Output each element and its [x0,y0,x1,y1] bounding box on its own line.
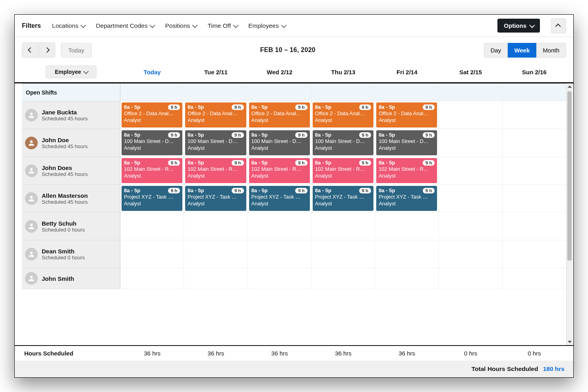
day-cell[interactable]: 8a - 5p9 hProject XYZ - Task …Analyst [311,185,375,212]
day-cell[interactable] [184,240,248,268]
day-cell[interactable] [311,84,375,101]
scroll-up-button[interactable] [567,83,573,90]
day-cell[interactable] [503,84,566,101]
filter-employees[interactable]: Employees [248,22,285,29]
day-cell[interactable]: 8a - 5p9 h102 Main Street - R…Analyst [248,157,311,185]
shift-card[interactable]: 8a - 5p9 h100 Main Street - D…Analyst [185,130,246,155]
day-cell[interactable] [439,101,502,129]
employee-cell[interactable]: John DoesScheduled 45 hours [22,157,120,185]
day-cell[interactable] [120,212,184,240]
shift-card[interactable]: 8a - 5p9 hOffice 2 - Data Anal…Analyst [122,102,182,127]
shift-card[interactable]: 8a - 5p9 hOffice 2 - Data Anal…Analyst [313,102,373,127]
day-header[interactable]: Fri 2/14 [375,69,439,75]
day-header-today[interactable]: Today [120,69,184,75]
today-button[interactable]: Today [61,43,92,58]
filter-positions[interactable]: Positions [165,22,196,29]
day-cell[interactable]: 8a - 5p9 h102 Main Street - R…Analyst [120,157,184,185]
employee-sort-button[interactable]: Employee [46,66,97,78]
shift-card[interactable]: 8a - 5p9 h102 Main Street - R…Analyst [185,158,246,183]
day-cell[interactable] [120,240,184,268]
shift-card[interactable]: 8a - 5p9 h100 Main Street - D…Analyst [249,130,310,155]
shift-card[interactable]: 8a - 5p9 h100 Main Street - D…Analyst [376,130,437,155]
day-cell[interactable] [503,185,566,212]
day-cell[interactable] [120,84,184,101]
shift-card[interactable]: 8a - 5p9 h102 Main Street - R…Analyst [249,158,310,183]
day-cell[interactable] [184,212,248,240]
day-cell[interactable]: 8a - 5p9 h102 Main Street - R…Analyst [311,157,375,185]
day-cell[interactable]: 8a - 5p9 hProject XYZ - Task …Analyst [248,185,311,212]
employee-cell[interactable]: Betty SchuhScheduled 0 hours [22,212,120,240]
scroll-track[interactable] [567,90,573,339]
day-cell[interactable] [184,84,248,101]
day-cell[interactable] [248,84,311,101]
view-day-button[interactable]: Day [484,43,508,58]
day-cell[interactable]: 8a - 5p9 hOffice 2 - Data Anal…Analyst [311,101,375,129]
employee-cell[interactable]: Allen MastersonScheduled 45 hours [22,185,120,212]
employee-cell[interactable]: Dean SmithScheduled 0 hours [22,240,120,268]
day-cell[interactable] [503,268,566,289]
employee-cell[interactable]: John DoeScheduled 45 hours [22,129,120,157]
collapse-button[interactable] [551,18,566,33]
view-month-button[interactable]: Month [536,43,566,58]
day-cell[interactable]: 8a - 5p9 h102 Main Street - R…Analyst [375,157,439,185]
day-header[interactable]: Tue 2/11 [184,69,248,75]
day-cell[interactable] [311,240,375,268]
options-button[interactable]: Options [497,19,540,33]
employee-cell[interactable]: John Smith [22,268,120,289]
scroll-thumb[interactable] [567,91,572,261]
day-cell[interactable] [439,240,502,268]
day-cell[interactable]: 8a - 5p9 h100 Main Street - D…Analyst [311,129,375,157]
shift-card[interactable]: 8a - 5p9 hOffice 2 - Data Anal…Analyst [376,102,437,127]
shift-card[interactable]: 8a - 5p9 hProject XYZ - Task …Analyst [122,186,182,211]
day-cell[interactable] [503,129,566,157]
view-week-button[interactable]: Week [508,43,536,58]
day-cell[interactable] [375,268,439,289]
day-cell[interactable] [503,157,566,185]
day-header[interactable]: Sun 2/16 [503,69,566,75]
day-cell[interactable] [248,240,311,268]
day-cell[interactable] [439,212,502,240]
day-header[interactable]: Wed 2/12 [248,69,311,75]
shift-card[interactable]: 8a - 5p9 hOffice 2 - Data Anal…Analyst [249,102,310,127]
filter-department-codes[interactable]: Department Codes [96,22,154,29]
day-cell[interactable]: 8a - 5p9 h100 Main Street - D…Analyst [120,129,184,157]
day-cell[interactable] [439,84,502,101]
filter-locations[interactable]: Locations [52,22,85,29]
day-cell[interactable] [503,240,566,268]
day-cell[interactable]: 8a - 5p9 hProject XYZ - Task …Analyst [375,185,439,212]
shift-card[interactable]: 8a - 5p9 hProject XYZ - Task …Analyst [185,186,246,211]
day-header[interactable]: Thu 2/13 [311,69,375,75]
day-cell[interactable]: 8a - 5p9 hOffice 2 - Data Anal…Analyst [120,101,184,129]
day-cell[interactable] [439,129,502,157]
shift-card[interactable]: 8a - 5p9 hProject XYZ - Task …Analyst [376,186,437,211]
day-cell[interactable] [248,268,311,289]
day-cell[interactable] [439,157,502,185]
day-cell[interactable] [439,268,502,289]
day-cell[interactable] [375,212,439,240]
day-cell[interactable] [184,268,248,289]
day-header[interactable]: Sat 2/15 [439,69,502,75]
day-cell[interactable] [375,240,439,268]
day-cell[interactable]: 8a - 5p9 h100 Main Street - D…Analyst [375,129,439,157]
shift-card[interactable]: 8a - 5p9 hOffice 2 - Data Anal…Analyst [185,102,246,127]
day-cell[interactable] [248,212,311,240]
day-cell[interactable]: 8a - 5p9 hOffice 2 - Data Anal…Analyst [184,101,248,129]
shift-card[interactable]: 8a - 5p9 h100 Main Street - D…Analyst [313,130,373,155]
shift-card[interactable]: 8a - 5p9 hProject XYZ - Task …Analyst [313,186,373,211]
day-cell[interactable]: 8a - 5p9 hOffice 2 - Data Anal…Analyst [375,101,439,129]
shift-card[interactable]: 8a - 5p9 hProject XYZ - Task …Analyst [249,186,310,211]
scroll-down-button[interactable] [567,339,573,345]
prev-week-button[interactable] [22,42,39,58]
shift-card[interactable]: 8a - 5p9 h102 Main Street - R…Analyst [122,158,182,183]
next-week-button[interactable] [39,42,55,58]
day-cell[interactable]: 8a - 5p9 h100 Main Street - D…Analyst [248,129,311,157]
employee-cell[interactable]: Jane BucktaScheduled 45 hours [22,101,120,129]
day-cell[interactable]: 8a - 5p9 hProject XYZ - Task …Analyst [184,185,248,212]
shift-card[interactable]: 8a - 5p9 h102 Main Street - R…Analyst [376,158,437,183]
day-cell[interactable] [375,84,439,101]
day-cell[interactable] [503,101,566,129]
day-cell[interactable] [311,212,375,240]
vertical-scrollbar[interactable] [566,83,573,345]
day-cell[interactable]: 8a - 5p9 hProject XYZ - Task …Analyst [120,185,184,212]
day-cell[interactable]: 8a - 5p9 hOffice 2 - Data Anal…Analyst [248,101,311,129]
